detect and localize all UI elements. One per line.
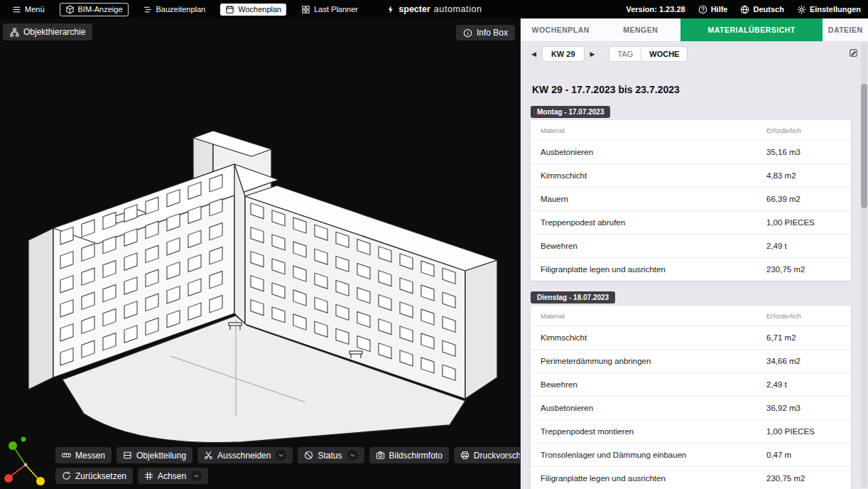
axis-gizmo[interactable] [1,435,51,488]
toggle-woche-button[interactable]: WOCHE [641,46,688,62]
tab-label: DATEIEN [828,26,863,34]
material-table: MaterialErforderlichKimmschicht6,71 m2Pe… [531,306,851,489]
topbar-hilfe-button[interactable]: Hilfe [698,4,728,16]
material-row: Bewehren2,49 t [531,373,851,397]
material-required: 230,75 m2 [766,474,841,483]
tool-messen-button[interactable]: Messen [55,447,112,463]
tool-zur-cksetzen-button[interactable]: Zurücksetzen [55,468,133,484]
info-box-label: Info Box [477,28,508,38]
building-model[interactable] [0,18,520,489]
material-name: Bewehren [541,380,766,389]
dropdown-toggle[interactable] [276,450,286,461]
topbar: Menü BIM-AnzeigeBauzeitenplanWochenplanL… [0,0,868,18]
tool-label: Status [318,451,342,461]
menu-button[interactable]: Menü [7,4,50,16]
tab-label: MENGEN [623,26,658,34]
tool-druckvorschau-button[interactable]: Druckvorschau [454,447,520,463]
topbar-nav-bauzeitenplan[interactable]: Bauzeitenplan [139,4,211,16]
material-name: Mauern [541,195,766,203]
tool-objektteilung-button[interactable]: Objektteilung [116,447,192,463]
material-name: Filigranplatte legen und ausrichten [541,474,766,483]
material-row: Kimmschicht4,83 m2 [531,164,851,188]
material-required: 66,39 m2 [766,195,841,203]
topbar-einstellungen-button[interactable]: Einstellungen [797,4,861,16]
help-icon [698,5,707,14]
tool-status-button[interactable]: Status [298,447,364,463]
material-name: Perimeterdämmung anbringen [541,357,766,365]
gear-icon [797,5,806,14]
objekthierarchie-button[interactable]: Objekthierarchie [3,23,92,41]
tab-material-bersicht[interactable]: MATERIALÜBERSICHT [680,18,823,41]
material-table: MaterialErforderlichAusbetonieren35,16 m… [531,120,851,281]
material-required: 4,83 m2 [766,171,841,180]
brand-name-light: automation [434,4,482,14]
topbar-right-items: HilfeDeutschEinstellungen [698,4,861,16]
day-section: Montag - 17.07.2023MaterialErforderlichA… [531,104,851,281]
dropdown-toggle[interactable] [191,471,202,481]
material-required: 1,00 PIECES [766,427,841,436]
toolbar-row: MessenObjektteilungAusschneidenStatusBil… [55,447,520,463]
topbar-nav-last-planner[interactable]: Last Planner [296,4,363,16]
hamburger-icon [12,5,21,14]
material-required: 230,75 m2 [766,265,841,274]
tool-label: Objektteilung [136,451,186,461]
topbar-nav-wochenplan[interactable]: Wochenplan [220,4,286,16]
material-row: Kimmschicht6,71 m2 [531,326,851,350]
week-selector-button[interactable]: KW 29 [542,46,585,62]
edit-note-icon [849,48,858,58]
material-row: Bewehren2,49 t [531,235,851,258]
material-row: Treppenpodest abrufen1,00 PIECES [531,211,851,235]
tool-label: Bildschirmfoto [389,451,443,461]
tab-wochenplan[interactable]: WOCHENPLAN [521,18,600,41]
topbar-deutsch-button[interactable]: Deutsch [740,4,783,16]
topbar-nav-bim-anzeige[interactable]: BIM-Anzeige [60,3,129,16]
material-required: 34,66 m2 [766,357,841,365]
tool-label: Druckvorschau [474,451,520,461]
bim-viewer[interactable]: Objekthierarchie Info Box MessenObjektte… [0,18,520,489]
objekthierarchie-label: Objekthierarchie [23,27,85,37]
bolt-icon [386,5,395,14]
tool-achsen-button[interactable]: Achsen [138,468,208,484]
material-row: Tronsolenlager und Dämmung einbauen0,47 … [531,444,851,467]
tool-ausschneiden-button[interactable]: Ausschneiden [197,447,293,463]
calendar-icon [225,5,234,14]
day-badge: Dienstag - 18.07.2023 [531,291,615,303]
dropdown-toggle[interactable] [347,450,358,461]
material-name: Treppenpodest montieren [541,427,766,436]
material-row: Mauern66,39 m2 [531,188,851,211]
scissors-icon [204,451,213,460]
chevron-down-icon [349,451,357,459]
tool-label: Achsen [158,471,186,481]
scrollbar [861,43,867,488]
split-icon [123,451,132,460]
info-box-button[interactable]: Info Box [456,25,515,41]
material-name: Ausbetonieren [541,404,766,412]
tool-bildschirmfoto-button[interactable]: Bildschirmfoto [369,447,449,463]
edit-note-button[interactable] [847,47,859,61]
info-icon [463,28,472,38]
main: Objekthierarchie Info Box MessenObjektte… [0,18,868,489]
tab-dateien[interactable]: DATEIEN [823,18,868,41]
toggle-tag-button[interactable]: TAG [609,46,641,62]
nav-label: Last Planner [314,5,358,14]
brand-name-bold: specter [398,4,430,14]
tab-label: MATERIALÜBERSICHT [708,26,796,34]
topbar-right: Version: 1.23.28 HilfeDeutschEinstellung… [626,4,861,16]
axes-icon [144,471,153,480]
material-row: Perimeterdämmung anbringen34,66 m2 [531,350,851,373]
column-material: Material [541,312,766,320]
scrollbar-thumb[interactable] [861,84,867,208]
table-header: MaterialErforderlich [531,120,851,141]
tab-mengen[interactable]: MENGEN [600,18,680,41]
viewer-toolbar: MessenObjektteilungAusschneidenStatusBil… [55,447,520,484]
nav-label: BIM-Anzeige [78,5,123,14]
week-prev-button[interactable]: ◀ [529,48,538,60]
material-name: Bewehren [541,242,766,250]
tab-label: WOCHENPLAN [532,26,590,34]
material-required: 2,49 t [766,242,841,250]
week-next-button[interactable]: ▶ [588,48,597,60]
day-sections: Montag - 17.07.2023MaterialErforderlichA… [531,104,851,489]
material-required: 1,00 PIECES [766,218,841,227]
panel-tabs: WOCHENPLANMENGENMATERIALÜBERSICHTDATEIEN [521,18,868,42]
topbar-left: Menü BIM-AnzeigeBauzeitenplanWochenplanL… [7,3,363,16]
